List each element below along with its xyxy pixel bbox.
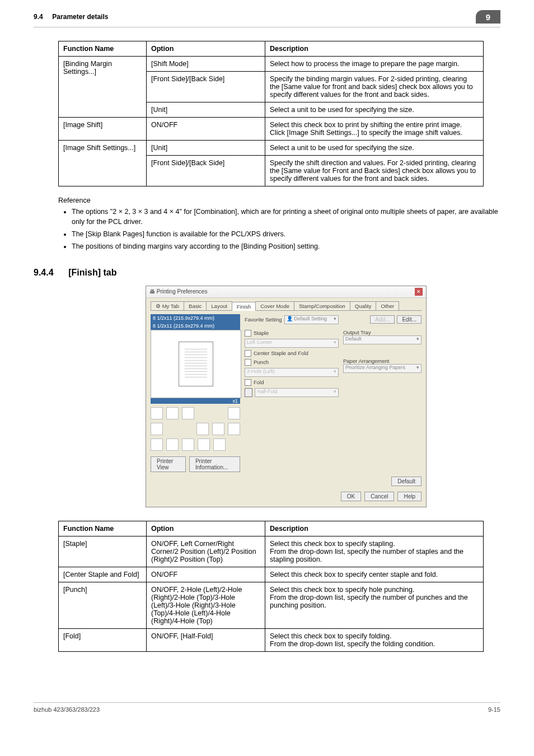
- tab-other[interactable]: Other: [376, 301, 399, 310]
- reference-item: The [Skip Blank Pages] function is avail…: [72, 229, 500, 239]
- parameter-table-1: Function Name Option Description [Bindin…: [58, 41, 484, 186]
- tab-mytab[interactable]: ⚙ My Tab: [151, 301, 184, 310]
- tool-icon[interactable]: [151, 407, 163, 419]
- punch-combo[interactable]: 2-Hole (Left) ▾: [245, 368, 339, 377]
- punch-checkbox[interactable]: [245, 359, 251, 366]
- subsection-title: [Finish] tab: [68, 268, 116, 277]
- tab-covermode[interactable]: Cover Mode: [255, 301, 294, 310]
- printer-icon: 🖶: [149, 288, 155, 295]
- tool-icon[interactable]: [196, 423, 209, 435]
- table-row: [Punch] ON/OFF, 2-Hole (Left)/2-Hole (Ri…: [59, 582, 484, 628]
- tool-icon[interactable]: [182, 407, 194, 419]
- op-cell: ON/OFF: [147, 118, 265, 141]
- staple-checkbox[interactable]: [245, 330, 251, 337]
- tool-icon[interactable]: [228, 407, 240, 419]
- fn-cell: [Punch]: [59, 582, 147, 628]
- fn-cell: [Image Shift]: [59, 118, 147, 141]
- chevron-down-icon: ▾: [416, 365, 419, 370]
- table-row: [Image Shift Settings...] [Unit] Select …: [59, 141, 484, 156]
- desc-cell: Specify the binding margin values. For 2…: [265, 72, 484, 102]
- tool-icon[interactable]: [166, 438, 179, 451]
- help-button[interactable]: Help: [397, 492, 421, 501]
- fold-combo-value: Half-Fold: [257, 389, 278, 394]
- centerstaple-checkbox[interactable]: [245, 350, 251, 357]
- desc-cell: Specify the shift direction and values. …: [265, 156, 484, 186]
- copy-count: x1: [151, 398, 240, 404]
- add-button[interactable]: Add...: [370, 315, 395, 324]
- table-row: [Fold] ON/OFF, [Half-Fold] Select this c…: [59, 628, 484, 651]
- table-header-row: Function Name Option Description: [59, 521, 484, 536]
- reference-title: Reference: [58, 197, 500, 204]
- desc-cell: Select this check box to specify center …: [265, 567, 484, 582]
- edit-button[interactable]: Edit...: [397, 315, 421, 324]
- chevron-down-icon: ▾: [334, 339, 336, 345]
- desc-cell: Select a unit to be used for specifying …: [265, 102, 484, 118]
- table-header-row: Function Name Option Description: [59, 41, 484, 57]
- paper-arrangement-value: Prioritize Arranging Papers: [345, 365, 405, 370]
- output-tray-combo[interactable]: Default ▾: [343, 335, 421, 344]
- ok-button[interactable]: OK: [341, 492, 361, 501]
- tab-layout[interactable]: Layout: [206, 301, 232, 310]
- tool-icon[interactable]: [151, 438, 163, 451]
- tool-icon[interactable]: [151, 423, 163, 435]
- default-button[interactable]: Default: [391, 477, 421, 486]
- table-row: [Image Shift] ON/OFF Select this check b…: [59, 118, 484, 141]
- parameter-table-2: Function Name Option Description [Staple…: [58, 521, 484, 652]
- footer-model: bizhub 423/363/283/223: [34, 706, 100, 713]
- favorite-combo[interactable]: 👤 Default Setting ▾: [284, 315, 339, 324]
- dialog-screenshot: 🖶 Printing Preferences ✕ ⚙ My Tab Basic …: [146, 286, 500, 507]
- punch-combo-value: 2-Hole (Left): [247, 368, 275, 374]
- printer-view-button[interactable]: Printer View: [151, 456, 186, 472]
- staple-combo[interactable]: Left Corner ▾: [245, 339, 339, 348]
- reference-item: The options "2 × 2, 3 × 3 and 4 × 4" for…: [72, 207, 500, 227]
- table-row: [Staple] ON/OFF, Left Corner/Right Corne…: [59, 536, 484, 567]
- tab-stamp[interactable]: Stamp/Composition: [294, 301, 350, 310]
- tool-icon[interactable]: [198, 438, 210, 451]
- favorite-label: Favorite Setting: [245, 316, 282, 323]
- tab-quality[interactable]: Quality: [350, 301, 377, 310]
- gear-icon: ⚙: [156, 303, 161, 309]
- person-icon: 👤: [287, 316, 293, 321]
- chevron-down-icon: ▾: [334, 389, 336, 394]
- op-cell: [Front Side]/[Back Side]: [147, 156, 265, 186]
- dialog-title: Printing Preferences: [157, 288, 208, 295]
- fold-checkbox[interactable]: [245, 379, 251, 386]
- op-cell: ON/OFF, 2-Hole (Left)/2-Hole (Right)/2-H…: [147, 582, 265, 628]
- output-tray-value: Default: [345, 336, 362, 342]
- op-cell: ON/OFF, Left Corner/Right Corner/2 Posit…: [147, 536, 265, 567]
- op-cell: [Unit]: [147, 141, 265, 156]
- desc-cell: Select how to process the image to prepa…: [265, 57, 484, 72]
- tab-basic[interactable]: Basic: [184, 301, 207, 310]
- dialog-tabstrip: ⚙ My Tab Basic Layout Finish Cover Mode …: [151, 301, 421, 311]
- subsection-num: 9.4.4: [34, 268, 54, 277]
- cancel-button[interactable]: Cancel: [364, 492, 394, 501]
- fn-cell: [Image Shift Settings...]: [59, 141, 147, 186]
- fn-cell: [Binding Margin Settings...]: [59, 57, 147, 118]
- desc-cell: Select this check box to specify hole pu…: [265, 582, 484, 628]
- op-cell: ON/OFF: [147, 567, 265, 582]
- punch-label: Punch: [254, 359, 269, 365]
- staple-label: Staple: [254, 330, 269, 336]
- sheet-icon: [179, 342, 213, 386]
- tool-icon[interactable]: [166, 407, 179, 419]
- tool-icon[interactable]: [212, 423, 224, 435]
- close-icon[interactable]: ✕: [415, 288, 423, 296]
- centerstaple-label: Center Staple and Fold: [254, 350, 308, 356]
- th-option: Option: [147, 521, 265, 536]
- tool-icon[interactable]: [213, 438, 226, 451]
- fold-combo[interactable]: Half-Fold ▾: [255, 388, 339, 397]
- tool-icon[interactable]: [182, 438, 194, 451]
- paper-arrangement-combo[interactable]: Prioritize Arranging Papers ▾: [343, 364, 421, 373]
- op-cell: ON/OFF, [Half-Fold]: [147, 628, 265, 651]
- tab-label: My Tab: [162, 303, 179, 309]
- halffold-icon: [245, 388, 252, 397]
- fn-cell: [Center Staple and Fold]: [59, 567, 147, 582]
- printer-info-button[interactable]: Printer Information...: [189, 456, 240, 472]
- paper-size-2: 8 1/2x11 (215.9x279.4 mm): [151, 322, 240, 330]
- tool-icon[interactable]: [228, 423, 240, 435]
- op-cell: [Shift Mode]: [147, 57, 265, 72]
- desc-cell: Select this check box to print by shifti…: [265, 118, 484, 141]
- chevron-down-icon: ▾: [334, 316, 336, 321]
- tab-finish[interactable]: Finish: [232, 302, 256, 311]
- output-tray-label: Output Tray: [343, 329, 421, 335]
